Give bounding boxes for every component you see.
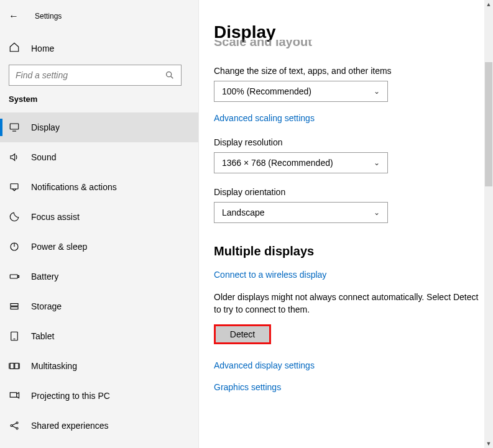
multiple-displays-heading: Multiple displays (214, 244, 493, 258)
nav-label: Multitasking (31, 361, 77, 371)
detect-button-label: Detect (230, 329, 255, 339)
home-label: Home (31, 43, 54, 53)
detect-button[interactable]: Detect (214, 324, 271, 344)
svg-rect-9 (11, 304, 18, 306)
svg-rect-8 (18, 276, 19, 278)
svg-point-19 (16, 422, 18, 424)
notifications-icon (9, 181, 20, 193)
orientation-label: Display orientation (214, 187, 493, 197)
svg-point-0 (167, 72, 172, 77)
window-title: Settings (35, 12, 62, 21)
nav-item-battery[interactable]: Battery (0, 262, 198, 291)
nav-label: Battery (31, 272, 58, 281)
nav-item-sound[interactable]: Sound (0, 142, 198, 172)
scrollbar-thumb[interactable] (485, 62, 492, 186)
nav-label: Storage (31, 301, 62, 311)
search-icon (165, 70, 175, 80)
home-icon (9, 42, 20, 55)
svg-rect-14 (15, 363, 19, 369)
nav-label: Notifications & actions (31, 182, 117, 192)
scale-value: 100% (Recommended) (222, 86, 311, 96)
back-arrow-icon[interactable]: ← (9, 11, 21, 22)
shared-icon (9, 420, 20, 431)
nav-item-power[interactable]: Power & sleep (0, 232, 198, 262)
nav-label: Sound (31, 152, 56, 162)
scale-label: Change the size of text, apps, and other… (214, 66, 493, 76)
search-box[interactable] (9, 65, 182, 86)
svg-rect-13 (10, 363, 14, 369)
search-input[interactable] (16, 70, 165, 80)
scale-dropdown[interactable]: 100% (Recommended) ⌄ (214, 81, 388, 102)
nav-item-notifications[interactable]: Notifications & actions (0, 172, 198, 202)
advanced-display-link[interactable]: Advanced display settings (214, 360, 315, 370)
resolution-value: 1366 × 768 (Recommended) (222, 158, 333, 168)
nav-label: Shared experiences (31, 421, 109, 431)
svg-rect-17 (10, 393, 17, 398)
search-wrap (0, 61, 198, 94)
svg-rect-10 (11, 307, 18, 309)
nav-label: Tablet (31, 331, 54, 341)
resolution-label: Display resolution (214, 137, 493, 147)
nav-label: Power & sleep (31, 242, 87, 252)
storage-icon (9, 301, 20, 312)
home-nav[interactable]: Home (0, 36, 198, 61)
orientation-dropdown[interactable]: Landscape ⌄ (214, 202, 388, 223)
nav-label: Focus assist (31, 212, 80, 222)
svg-point-18 (11, 425, 12, 427)
advanced-scaling-link[interactable]: Advanced scaling settings (214, 113, 315, 123)
section-label: System (0, 94, 198, 104)
vertical-scrollbar[interactable]: ▲ ▼ (484, 0, 493, 448)
svg-point-20 (16, 427, 18, 429)
battery-icon (9, 271, 20, 282)
scroll-up-arrow-icon[interactable]: ▲ (484, 0, 493, 9)
settings-sidebar: ← Settings Home System Display Sound Not… (0, 0, 199, 448)
display-icon (9, 122, 20, 133)
scroll-down-arrow-icon[interactable]: ▼ (484, 439, 493, 448)
svg-rect-2 (10, 124, 19, 129)
chevron-down-icon: ⌄ (374, 158, 380, 167)
sound-icon (9, 152, 20, 163)
power-icon (9, 241, 20, 252)
projecting-icon (9, 390, 20, 401)
chevron-down-icon: ⌄ (374, 208, 380, 217)
chevron-down-icon: ⌄ (374, 87, 380, 96)
wireless-display-link[interactable]: Connect to a wireless display (214, 270, 326, 280)
orientation-value: Landscape (222, 208, 265, 217)
tablet-icon (9, 331, 20, 342)
detect-hint-text: Older displays might not always connect … (214, 291, 487, 316)
nav-item-projecting[interactable]: Projecting to this PC (0, 381, 198, 411)
scale-layout-heading: Scale and layout (214, 40, 493, 51)
nav-item-multitasking[interactable]: Multitasking (0, 351, 198, 381)
multitasking-icon (9, 360, 20, 372)
svg-rect-7 (10, 275, 17, 278)
nav-label: Display (31, 122, 60, 132)
svg-rect-4 (11, 184, 18, 189)
nav-item-shared[interactable]: Shared experiences (0, 411, 198, 441)
svg-line-21 (12, 423, 16, 425)
svg-line-22 (12, 426, 16, 428)
nav-item-display[interactable]: Display (0, 112, 198, 142)
nav-item-focus-assist[interactable]: Focus assist (0, 202, 198, 232)
resolution-dropdown[interactable]: 1366 × 768 (Recommended) ⌄ (214, 152, 388, 173)
graphics-settings-link[interactable]: Graphics settings (214, 382, 281, 392)
nav-item-storage[interactable]: Storage (0, 291, 198, 321)
main-panel: Display Scale and layout Change the size… (199, 0, 493, 448)
nav-label: Projecting to this PC (31, 391, 110, 401)
nav-item-tablet[interactable]: Tablet (0, 321, 198, 351)
svg-line-1 (171, 76, 173, 78)
header-row: ← Settings (0, 5, 198, 27)
focus-assist-icon (9, 211, 20, 222)
